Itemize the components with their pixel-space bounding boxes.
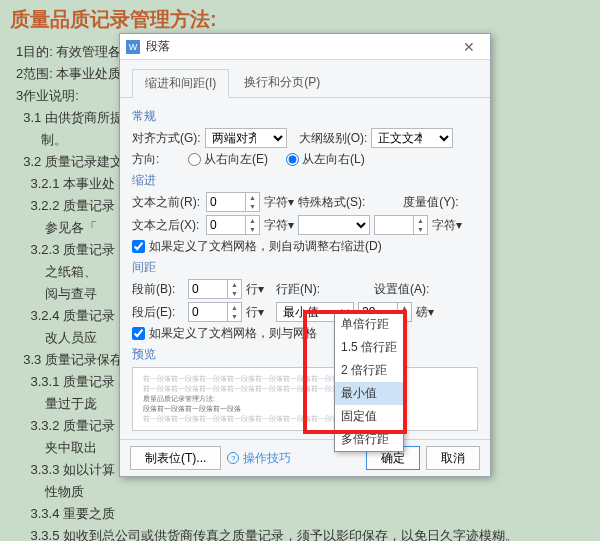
spinner-up-icon[interactable]: ▲	[246, 193, 259, 202]
line-spacing-dropdown[interactable]: 单倍行距1.5 倍行距2 倍行距最小值固定值多倍行距	[334, 312, 404, 452]
direction-label: 方向:	[132, 151, 184, 168]
tips-label: 操作技巧	[243, 450, 291, 467]
document-line: 3.3.4 重要之质	[16, 503, 590, 525]
before-text-label: 文本之前(R):	[132, 194, 202, 211]
tabstops-button[interactable]: 制表位(T)...	[130, 446, 221, 470]
direction-ltr-label: 从左向右(L)	[302, 151, 365, 168]
preview-sample-line: 段落前一段落前一段落前一段落	[143, 404, 467, 414]
after-text-spinner[interactable]: ▲▼	[206, 215, 260, 235]
spinner-down-icon[interactable]: ▼	[246, 225, 259, 234]
set-value-label: 设置值(A):	[374, 281, 429, 298]
alignment-select[interactable]: 两端对齐	[205, 128, 287, 148]
metric-label: 度量值(Y):	[403, 194, 458, 211]
before-text-spinner[interactable]: ▲▼	[206, 192, 260, 212]
preview-faint-line: 前一段落前一段落前一段落前一段落前一段落前一段落前一段落前一段落前一段落	[143, 374, 467, 384]
section-spacing: 间距	[132, 259, 478, 276]
metric-unit: 字符▾	[432, 217, 462, 234]
after-text-label: 文本之后(X):	[132, 217, 202, 234]
spinner-down-icon[interactable]: ▼	[246, 202, 259, 211]
auto-indent-label: 如果定义了文档网格，则自动调整右缩进(D)	[149, 238, 382, 255]
document-line: 3.3.5 如收到总公司或供货商传真之质量记录，须予以影印保存，以免日久字迹模糊…	[16, 525, 590, 541]
section-indent: 缩进	[132, 172, 478, 189]
preview-box: 前一段落前一段落前一段落前一段落前一段落前一段落前一段落前一段落前一段落 前一段…	[132, 367, 478, 431]
dropdown-item[interactable]: 固定值	[335, 405, 403, 428]
after-para-label: 段后(E):	[132, 304, 184, 321]
outline-label: 大纲级别(O):	[299, 130, 368, 147]
before-para-spinner[interactable]: ▲▼	[188, 279, 242, 299]
metric-spinner[interactable]: ▲▼	[374, 215, 428, 235]
special-label: 特殊格式(S):	[298, 194, 365, 211]
preview-faint-line: 前一段落前一段落前一段落前一段落前一段落前一段落前一段落前一段落前一段落	[143, 414, 467, 424]
section-general: 常规	[132, 108, 478, 125]
preview-faint-line: 前一段落前一段落前一段落前一段落前一段落前一段落前一段落前一段落前一段落	[143, 384, 467, 394]
after-para-spinner[interactable]: ▲▼	[188, 302, 242, 322]
before-text-unit: 字符▾	[264, 194, 294, 211]
dropdown-item[interactable]: 1.5 倍行距	[335, 336, 403, 359]
spinner-up-icon[interactable]: ▲	[414, 216, 427, 225]
tip-icon: ?	[227, 452, 239, 464]
line-spacing-label: 行距(N):	[276, 281, 320, 298]
special-select[interactable]	[298, 215, 370, 235]
dropdown-item[interactable]: 多倍行距	[335, 428, 403, 451]
spinner-down-icon[interactable]: ▼	[228, 289, 241, 298]
spinner-down-icon[interactable]: ▼	[414, 225, 427, 234]
tab-bar: 缩进和间距(I) 换行和分页(P)	[120, 60, 490, 98]
set-value-unit: 磅▾	[416, 304, 434, 321]
app-icon: W	[126, 40, 140, 54]
dialog-title: 段落	[146, 38, 454, 55]
alignment-label: 对齐方式(G):	[132, 130, 201, 147]
spinner-up-icon[interactable]: ▲	[246, 216, 259, 225]
before-para-label: 段前(B):	[132, 281, 184, 298]
dropdown-item[interactable]: 单倍行距	[335, 313, 403, 336]
document-title: 质量品质记录管理方法:	[10, 6, 590, 33]
close-icon[interactable]: ✕	[454, 34, 484, 59]
tab-indent-spacing[interactable]: 缩进和间距(I)	[132, 69, 229, 98]
direction-rtl-label: 从右向左(E)	[204, 151, 268, 168]
paragraph-dialog: W 段落 ✕ 缩进和间距(I) 换行和分页(P) 常规 对齐方式(G): 两端对…	[119, 33, 491, 477]
auto-indent-checkbox[interactable]: 如果定义了文档网格，则自动调整右缩进(D)	[132, 238, 382, 255]
preview-sample-line: 质量品质记录管理方法:	[143, 394, 467, 404]
dropdown-item[interactable]: 最小值	[335, 382, 403, 405]
before-para-unit: 行▾	[246, 281, 264, 298]
spinner-up-icon[interactable]: ▲	[398, 303, 411, 312]
tips-link[interactable]: ?操作技巧	[227, 450, 291, 467]
section-preview: 预览	[132, 346, 478, 363]
direction-rtl[interactable]: 从右向左(E)	[188, 151, 268, 168]
outline-select[interactable]: 正文文本	[371, 128, 453, 148]
spinner-up-icon[interactable]: ▲	[228, 280, 241, 289]
direction-ltr[interactable]: 从左向右(L)	[286, 151, 365, 168]
spinner-down-icon[interactable]: ▼	[228, 312, 241, 321]
tab-line-break[interactable]: 换行和分页(P)	[231, 68, 333, 97]
spinner-up-icon[interactable]: ▲	[228, 303, 241, 312]
grid-checkbox[interactable]: 如果定义了文档网格，则与网格	[132, 325, 317, 342]
cancel-button[interactable]: 取消	[426, 446, 480, 470]
titlebar[interactable]: W 段落 ✕	[120, 34, 490, 60]
after-para-unit: 行▾	[246, 304, 264, 321]
after-text-unit: 字符▾	[264, 217, 294, 234]
dropdown-item[interactable]: 2 倍行距	[335, 359, 403, 382]
grid-checkbox-label: 如果定义了文档网格，则与网格	[149, 325, 317, 342]
document-line: 性物质	[16, 481, 590, 503]
